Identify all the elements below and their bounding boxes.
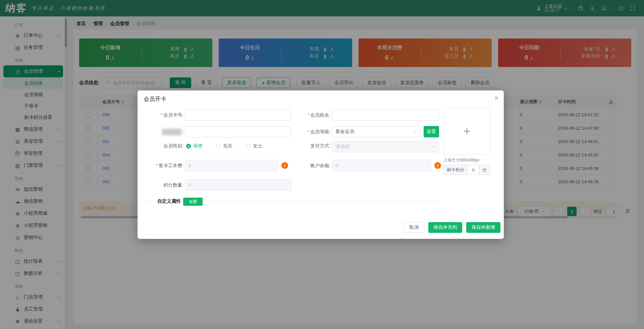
save-close-button[interactable]: 保存并关闭: [428, 222, 462, 233]
gender-label: 会员性别:: [138, 141, 183, 150]
close-icon[interactable]: ×: [494, 94, 498, 102]
level-set-button[interactable]: 设置: [424, 126, 439, 137]
info-icon[interactable]: i: [434, 162, 441, 169]
card-no-input[interactable]: [185, 109, 291, 121]
required-asterisk: *: [156, 163, 158, 168]
redacted-label: [162, 129, 181, 135]
custom-attr-label: 自定义属性: [157, 198, 181, 204]
balance-input[interactable]: [332, 160, 431, 171]
divider: [142, 201, 152, 202]
card-fee-input[interactable]: [185, 160, 278, 171]
card-fee-label: 售卡工本费:: [159, 163, 183, 168]
modal-title: 会员开卡: [144, 95, 166, 103]
save-new-button[interactable]: 保存并新增: [466, 222, 500, 233]
swipe-points-group: 刷卡积分 0 分: [443, 165, 490, 175]
points-qty-label: 积分数量:: [138, 179, 183, 191]
swipe-points-label: 刷卡积分: [444, 165, 467, 175]
pay-method-select[interactable]: 请选择: [332, 141, 439, 152]
custom-attr-set-button[interactable]: 设置: [183, 198, 203, 206]
radio-mr[interactable]: [216, 144, 221, 148]
redacted-field-input[interactable]: [185, 126, 291, 137]
swipe-points-unit: 分: [479, 165, 490, 175]
radio-secret[interactable]: [186, 144, 191, 148]
divider: [207, 201, 439, 202]
card-no-label: 会员卡号:: [163, 112, 183, 118]
required-asterisk: *: [161, 112, 162, 118]
plus-icon: +: [463, 124, 470, 138]
swipe-points-value[interactable]: 0: [467, 165, 479, 175]
balance-label: 账户余额:: [282, 160, 330, 171]
points-qty-input[interactable]: [185, 179, 292, 191]
redacted-label-colon: :: [182, 129, 183, 134]
upload-size-hint: 上传尺寸300x300px: [443, 157, 479, 163]
gender-radio-group: 保密 先生 女士: [186, 143, 276, 149]
member-level-label: 会员等级:: [310, 129, 330, 134]
cancel-button[interactable]: 取消: [404, 222, 424, 233]
member-open-card-modal: 会员开卡 × *会员卡号: *会员姓名: : *会员等级: 黄金会员 设置 会员…: [138, 90, 504, 239]
chevron-down-icon: [414, 129, 417, 133]
app: 纳客 专注单店、小连锁的收银系统 儿童乐园 v1.16.17: [0, 0, 644, 329]
radio-ms[interactable]: [246, 144, 251, 148]
pay-method-label: 支付方式:: [282, 141, 330, 150]
required-asterisk: *: [308, 129, 309, 134]
member-level-select[interactable]: 黄金会员: [332, 126, 420, 137]
member-name-input[interactable]: [332, 109, 439, 121]
member-name-label: 会员姓名:: [310, 112, 330, 118]
required-asterisk: *: [308, 112, 309, 118]
chevron-down-icon: [432, 144, 436, 148]
avatar-upload-box[interactable]: +: [443, 108, 490, 155]
